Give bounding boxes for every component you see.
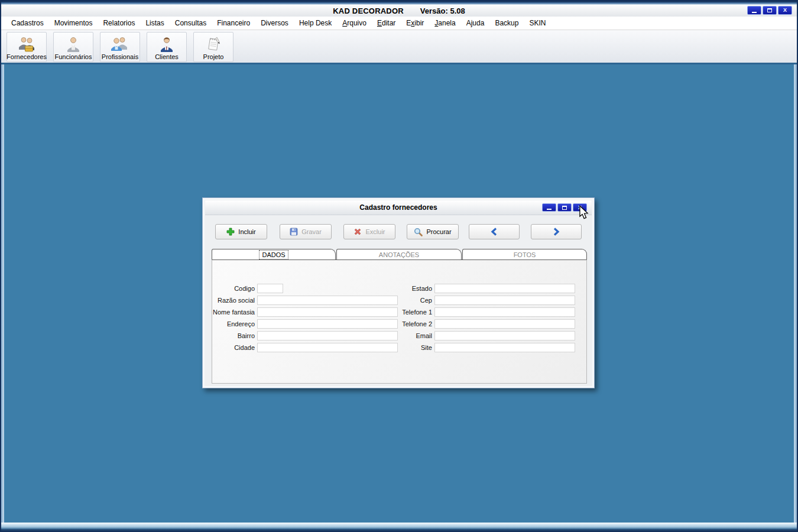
menu-item-skin[interactable]: SKIN: [524, 17, 551, 29]
minimize-icon: [752, 12, 757, 13]
save-icon: [290, 228, 298, 236]
menu-item-exibir[interactable]: Exibir: [401, 17, 429, 29]
close-button[interactable]: X: [778, 6, 792, 15]
cep-input[interactable]: [434, 296, 575, 305]
razao-social-label: Razão social: [212, 297, 257, 304]
menu-item-cadastros[interactable]: Cadastros: [6, 17, 49, 29]
form-row: Nome fantasia: [212, 306, 400, 318]
dialog-minimize-button[interactable]: [542, 203, 556, 212]
razao-social-input[interactable]: [257, 296, 398, 305]
form-row: Telefone 1: [384, 306, 578, 318]
window-frame-bottom: [1, 523, 797, 531]
button-label: Gravar: [301, 228, 322, 235]
maximize-button[interactable]: [763, 6, 777, 15]
cadastro-fornecedores-dialog: Cadastro fornecedores X Incluir: [202, 197, 595, 388]
estado-input[interactable]: [434, 284, 575, 293]
suppliers-icon: [17, 35, 36, 53]
telefone2-input[interactable]: [434, 319, 575, 329]
close-icon: X: [578, 205, 582, 210]
bairro-label: Bairro: [212, 332, 257, 339]
delete-icon: [353, 228, 362, 236]
toolbar-label: Projeto: [203, 53, 224, 60]
employees-icon: [64, 35, 82, 53]
toolbar-button-profissionais[interactable]: Profissionais: [100, 32, 140, 62]
toolbar-button-funcionarios[interactable]: Funcionários: [53, 32, 93, 62]
menu-item-consultas[interactable]: Consultas: [170, 17, 212, 29]
tab-dados[interactable]: DADOS: [212, 249, 336, 259]
next-record-button[interactable]: [531, 224, 582, 239]
minimize-button[interactable]: [747, 6, 761, 15]
toolbar-label: Fornecedores: [7, 53, 47, 60]
previous-record-button[interactable]: [469, 224, 520, 239]
add-icon: [226, 228, 235, 236]
form-row: Site: [384, 342, 578, 353]
cidade-input[interactable]: [257, 343, 398, 352]
nome-fantasia-label: Nome fantasia: [212, 309, 257, 316]
tab-fotos[interactable]: FOTOS: [462, 249, 587, 259]
menu-item-movimentos[interactable]: Movimentos: [49, 17, 98, 29]
menu-item-janela[interactable]: Janela: [429, 17, 460, 29]
menu-item-relatorios[interactable]: Relatorios: [98, 17, 140, 29]
tab-anotacoes[interactable]: ANOTAÇÕES: [336, 249, 462, 259]
toolbar: Fornecedores Funcionários: [1, 30, 797, 64]
maximize-icon: [767, 8, 772, 12]
dados-tab-panel: Codigo Razão social Nome fantasia E: [212, 259, 587, 384]
menu-item-financeiro[interactable]: Financeiro: [212, 17, 255, 29]
dialog-titlebar: Cadastro fornecedores X: [205, 200, 592, 215]
email-label: Email: [384, 332, 434, 339]
toolbar-button-fornecedores[interactable]: Fornecedores: [7, 32, 47, 62]
menu-item-diversos[interactable]: Diversos: [255, 17, 294, 29]
telefone2-label: Telefone 2: [384, 320, 434, 327]
telefone1-input[interactable]: [434, 307, 575, 317]
clients-icon: [158, 35, 176, 53]
toolbar-button-clientes[interactable]: Clientes: [147, 32, 187, 62]
telefone1-label: Telefone 1: [384, 309, 434, 316]
minimize-icon: [547, 209, 552, 210]
search-icon: [414, 228, 423, 236]
menu-item-arquivo[interactable]: Arquivo: [337, 17, 372, 29]
form-row: Endereço: [212, 318, 400, 330]
form-row: Telefone 2: [384, 318, 578, 330]
toolbar-button-projeto[interactable]: Projeto: [193, 32, 233, 62]
endereco-label: Endereço: [212, 320, 257, 327]
project-icon: [205, 35, 222, 53]
tab-label: ANOTAÇÕES: [377, 251, 421, 259]
mdi-client-area: Cadastro fornecedores X Incluir: [4, 64, 794, 523]
endereco-input[interactable]: [257, 319, 398, 329]
window-controls: X: [747, 6, 792, 15]
nome-fantasia-input[interactable]: [257, 307, 398, 317]
window-frame-right: [794, 64, 797, 523]
professionals-icon: [111, 35, 129, 53]
menu-bar: Cadastros Movimentos Relatorios Listas C…: [1, 17, 797, 30]
form-row: Bairro: [212, 330, 400, 342]
form-row: Razão social: [212, 294, 400, 306]
app-titlebar: KAD DECORADOR Versão: 5.08 X: [1, 5, 797, 17]
gravar-button[interactable]: Gravar: [280, 224, 332, 239]
menu-item-helpdesk[interactable]: Help Desk: [294, 17, 337, 29]
dialog-maximize-button[interactable]: [557, 203, 572, 212]
form-row: Estado: [384, 283, 578, 294]
app-version: Versão: 5.08: [420, 7, 465, 15]
next-icon: [552, 228, 560, 236]
close-icon: X: [783, 8, 787, 13]
procurar-button[interactable]: Procurar: [407, 224, 459, 239]
cidade-label: Cidade: [212, 344, 257, 351]
menu-item-listas[interactable]: Listas: [140, 17, 169, 29]
estado-label: Estado: [384, 285, 434, 292]
menu-item-editar[interactable]: Editar: [372, 17, 401, 29]
dialog-close-button[interactable]: X: [573, 203, 587, 212]
codigo-input[interactable]: [257, 284, 283, 293]
site-input[interactable]: [434, 343, 575, 352]
site-label: Site: [384, 344, 434, 351]
bairro-input[interactable]: [257, 331, 398, 340]
codigo-label: Codigo: [212, 285, 257, 292]
menu-item-ajuda[interactable]: Ajuda: [461, 17, 490, 29]
email-input[interactable]: [434, 331, 575, 340]
menu-item-backup[interactable]: Backup: [489, 17, 524, 29]
form-row: Codigo: [212, 283, 400, 294]
toolbar-label: Clientes: [155, 53, 179, 60]
incluir-button[interactable]: Incluir: [215, 224, 267, 239]
toolbar-label: Funcionários: [55, 53, 92, 60]
excluir-button[interactable]: Excluir: [343, 224, 395, 239]
app-window: KAD DECORADOR Versão: 5.08 X Cadastros M…: [0, 0, 798, 532]
